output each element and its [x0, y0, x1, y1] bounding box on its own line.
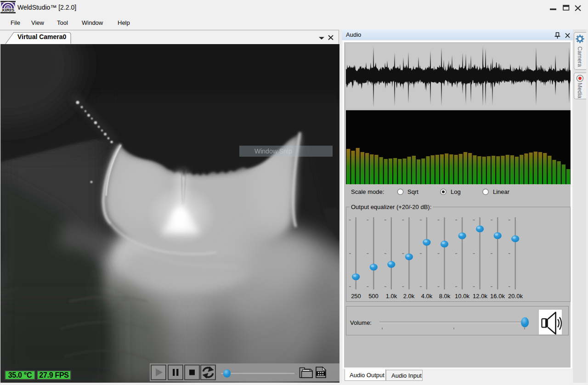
svg-text:XIRIS: XIRIS [2, 8, 15, 12]
svg-text:Window Snip: Window Snip [254, 147, 292, 155]
svg-text:Virtual Camera0: Virtual Camera0 [17, 33, 67, 40]
